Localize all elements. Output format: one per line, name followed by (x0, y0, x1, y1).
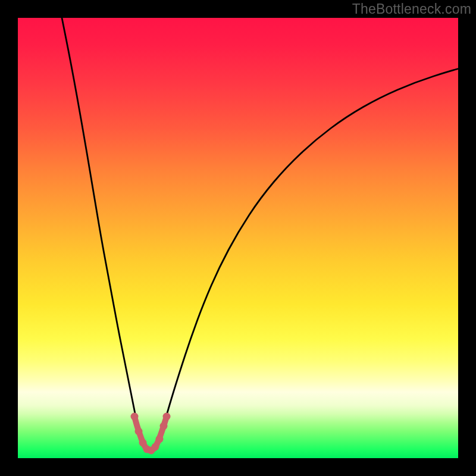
marker-0 (131, 413, 139, 421)
marker-2 (139, 439, 147, 447)
chart-frame (18, 18, 458, 458)
marker-7 (160, 422, 168, 430)
chart-svg (18, 18, 458, 458)
marker-8 (163, 413, 171, 421)
marker-6 (156, 436, 164, 443)
chart-markers (131, 413, 171, 455)
chart-curves (61, 18, 458, 450)
marker-1 (135, 428, 143, 436)
series-curve-left (61, 18, 142, 441)
series-curve-right (158, 64, 458, 441)
marker-5 (152, 443, 159, 451)
watermark-text: TheBottleneck.com (352, 1, 471, 17)
